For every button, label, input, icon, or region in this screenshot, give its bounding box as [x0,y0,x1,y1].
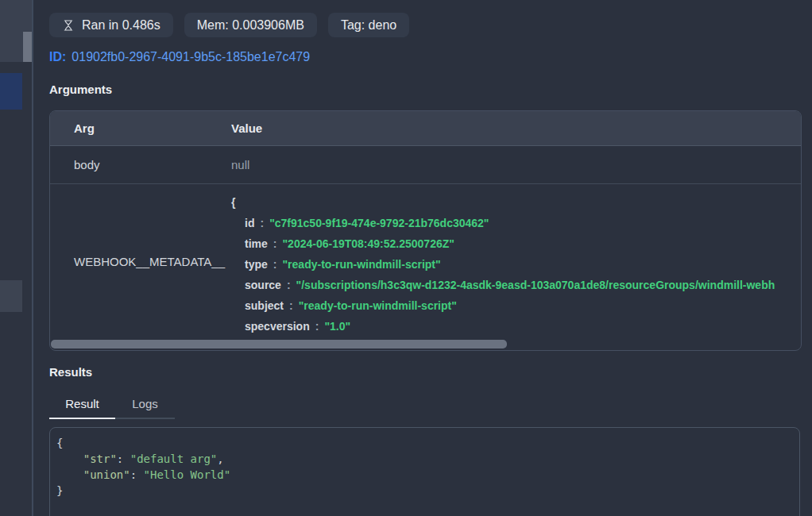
runtime-badge-label: Ran in 0.486s [82,18,160,33]
horizontal-scrollbar-thumb[interactable] [51,340,507,348]
json-string-value: "ready-to-run-windmill-script" [299,299,457,312]
json-key: id [245,217,254,229]
code-string-value: "Hello World" [144,468,231,481]
webhook-metadata-object: { id:"c7f91c50-9f19-474e-9792-21b76dc304… [207,184,801,350]
hourglass-icon [62,19,75,32]
json-string-value: "2024-06-19T08:49:52.2500726Z" [282,237,454,250]
code-line: { [56,435,793,451]
arg-name: body [50,158,207,171]
arguments-table-header: Arg Value [50,111,801,146]
sidebar-selected-item[interactable] [0,73,22,110]
arg-value: null [207,158,801,171]
code-key: "union" [56,468,130,481]
arguments-section-title: Arguments [49,83,112,96]
code-comma: , [217,452,223,465]
json-colon: : [287,279,291,291]
run-stats-row: Ran in 0.486s Mem: 0.003906MB Tag: deno [49,13,409,37]
code-separator: : [130,468,144,481]
code-line: "union": "Hello World" [56,467,793,483]
sidebar [0,0,33,516]
json-key: subject [245,299,284,312]
json-colon: : [273,237,277,250]
table-row: WEBHOOK__METADATA__ { id:"c7f91c50-9f19-… [50,184,801,350]
tag-badge: Tag: deno [328,13,409,37]
code-string-value: "default arg" [130,452,218,465]
job-id-label: ID: [49,50,66,64]
json-key: source [245,279,281,291]
job-run-detail-page: Ran in 0.486s Mem: 0.003906MB Tag: deno … [0,0,812,516]
webhook-entry-line: type:"ready-to-run-windmill-script" [231,254,801,275]
webhook-entry-line: source:"/subscriptions/h3c3qw-d1232-4asd… [231,275,801,295]
json-string-value: "1.0" [324,320,350,333]
code-brace: } [56,484,63,497]
arg-name: WEBHOOK__METADATA__ [74,255,225,268]
arg-column-header: Arg [50,121,207,135]
runtime-badge: Ran in 0.486s [49,13,173,37]
json-string-value: "c7f91c50-9f19-474e-9792-21b76dc30462" [269,217,489,229]
code-line: } [56,483,793,499]
job-id-value[interactable]: 01902fb0-2967-4091-9b5c-185be1e7c479 [72,50,310,64]
json-colon: : [260,217,264,229]
json-colon: : [289,299,293,312]
memory-badge: Mem: 0.003906MB [184,13,317,37]
webhook-entry-line: time:"2024-06-19T08:49:52.2500726Z" [231,233,801,254]
results-section-title: Results [49,365,92,379]
webhook-entry-line: subject:"ready-to-run-windmill-script" [231,295,801,316]
json-string-value: "/subscriptions/h3c3qw-d1232-4asdk-9easd… [296,279,775,291]
webhook-entry-line: id:"c7f91c50-9f19-474e-9792-21b76dc30462… [231,213,801,233]
webhook-entry-line: specversion:"1.0" [231,316,801,337]
json-string-value: "ready-to-run-windmill-script" [282,258,440,271]
result-viewer: { "str": "default arg", "union": "Hello … [49,427,800,516]
code-key: "str" [56,452,117,465]
results-tabs: Result Logs [49,393,175,419]
json-colon: : [315,320,319,333]
sidebar-scrollbar-thumb[interactable] [23,32,32,62]
json-open-brace: { [231,192,801,213]
value-column-header: Value [207,121,801,135]
code-separator: : [117,452,130,465]
job-id-line: ID:01902fb0-2967-4091-9b5c-185be1e7c479 [49,50,310,64]
tab-result[interactable]: Result [49,393,115,419]
json-key: specversion [245,320,310,333]
code-line: "str": "default arg", [56,451,793,467]
tab-logs[interactable]: Logs [115,393,175,419]
json-colon: : [273,258,277,271]
code-brace: { [56,437,63,449]
arguments-table: Arg Value body null WEBHOOK__METADATA__ … [49,110,802,351]
sidebar-item-fragment[interactable] [0,280,22,312]
json-key: time [245,237,268,250]
json-key: type [245,258,268,271]
table-row: body null [50,146,801,184]
